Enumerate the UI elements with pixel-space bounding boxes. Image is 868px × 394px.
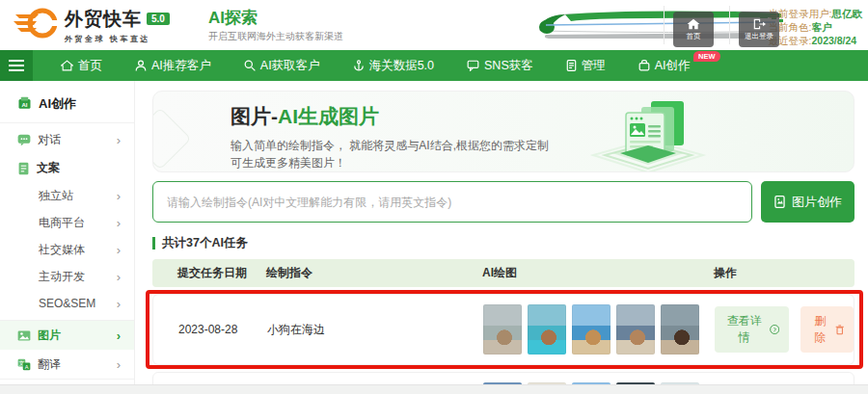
sidebar: AI AI创作 对话 › 文案 独立站 › bbox=[0, 81, 135, 394]
translate-icon: 文A bbox=[17, 358, 31, 371]
sidebar-item-ecommerce[interactable]: 电商平台 › bbox=[0, 209, 134, 236]
sidebar-item-ai-create[interactable]: AI AI创作 bbox=[0, 85, 134, 123]
table-row: 2023-08-28 小狗在海边 查看详情 bbox=[152, 294, 854, 365]
task-prompt: 小狗在海边 bbox=[267, 322, 483, 338]
ai-image-thumbnail[interactable] bbox=[616, 304, 655, 355]
sidebar-item-seo-sem[interactable]: SEO&SEM › bbox=[0, 290, 134, 317]
logout-button-label: 退出登录 bbox=[745, 32, 773, 41]
column-header-actions: 操作 bbox=[714, 265, 854, 281]
brand-tagline: 外贸全球 快车直达 bbox=[65, 34, 170, 44]
chevron-right-icon: › bbox=[117, 244, 121, 256]
ai-create-icon bbox=[638, 60, 650, 71]
delete-button[interactable]: 删除 bbox=[800, 306, 854, 353]
svg-text:A: A bbox=[25, 363, 29, 369]
nav-item-ai-acquire[interactable]: AI获取客户 bbox=[228, 50, 337, 81]
product-title-block: AI探索 开启互联网海外主动获客新渠道 bbox=[191, 7, 343, 43]
sidebar-item-translate[interactable]: 文A 翻译 › bbox=[0, 350, 134, 380]
ai-image-thumbnails bbox=[483, 304, 715, 355]
nav-item-sns[interactable]: SNS获客 bbox=[450, 50, 550, 81]
header-divider bbox=[664, 6, 665, 44]
prompt-input[interactable] bbox=[152, 181, 752, 223]
hexagon-watermark bbox=[152, 107, 192, 170]
task-date: 2023-08-28 bbox=[178, 323, 267, 336]
image-create-icon bbox=[773, 196, 786, 208]
nav-item-customs-data[interactable]: 海关数据5.0 bbox=[337, 50, 450, 81]
main-content: 图片-AI生成图片 输入简单的绘制指令， 就能将灵感与AI结合,根据您的需求定制… bbox=[135, 81, 868, 394]
chevron-right-icon: › bbox=[117, 271, 121, 283]
ai-create-icon: AI bbox=[17, 96, 32, 111]
chevron-right-icon: › bbox=[117, 298, 121, 310]
main-nav: 首页 AI推荐客户 AI获取客户 海关数据5.0 SNS获客 管理 bbox=[0, 50, 868, 81]
ai-image-thumbnail[interactable] bbox=[528, 304, 566, 355]
document-icon bbox=[566, 60, 577, 71]
home-icon bbox=[687, 18, 700, 30]
current-user-line: 当前登录用户:思亿欧 bbox=[769, 7, 862, 20]
banner-illustration bbox=[576, 93, 720, 172]
create-image-button-label: 图片创作 bbox=[792, 194, 842, 211]
bottom-strip bbox=[0, 384, 868, 394]
column-header-images: AI绘图 bbox=[482, 265, 714, 281]
chevron-right-icon: › bbox=[117, 358, 121, 371]
ai-image-thumbnail[interactable] bbox=[572, 304, 610, 355]
logout-button[interactable]: 退出登录 bbox=[739, 12, 779, 47]
page-banner: 图片-AI生成图片 输入简单的绘制指令， 就能将灵感与AI结合,根据您的需求定制… bbox=[152, 91, 854, 172]
chevron-right-icon: › bbox=[117, 134, 121, 146]
top-header: 外贸快车 5.0 外贸全球 快车直达 AI探索 开启互联网海外主动获客新渠道 bbox=[0, 0, 868, 50]
chevron-right-icon: › bbox=[117, 329, 121, 342]
task-summary: 共计37个AI任务 bbox=[152, 235, 854, 251]
last-login-line: 最近登录:2023/8/24 bbox=[769, 34, 862, 47]
chevron-right-icon: › bbox=[117, 217, 121, 229]
anchor-icon bbox=[353, 60, 365, 71]
nav-item-home[interactable]: 首页 bbox=[44, 50, 119, 81]
sidebar-item-chat[interactable]: 对话 › bbox=[0, 126, 134, 154]
prompt-bar: 图片创作 bbox=[152, 181, 854, 223]
chat-icon bbox=[467, 60, 479, 71]
image-icon bbox=[17, 329, 31, 342]
logout-icon bbox=[752, 18, 766, 30]
nav-item-ai-recommend[interactable]: AI推荐客户 bbox=[119, 50, 228, 81]
sidebar-item-active-develop[interactable]: 主动开发 › bbox=[0, 263, 134, 290]
chat-icon bbox=[17, 134, 31, 146]
home-icon bbox=[61, 60, 73, 71]
sidebar-item-social-media[interactable]: 社交媒体 › bbox=[0, 236, 134, 263]
svg-text:AI: AI bbox=[22, 102, 28, 108]
page-title: 图片-AI生成图片 bbox=[231, 103, 854, 130]
create-image-button[interactable]: 图片创作 bbox=[761, 181, 854, 223]
document-icon bbox=[17, 162, 30, 175]
wing-logo-icon bbox=[14, 7, 58, 43]
task-count-text: 共计37个AI任务 bbox=[162, 235, 248, 251]
home-button-label: 首页 bbox=[687, 32, 701, 41]
new-badge: NEW bbox=[693, 51, 720, 62]
product-title: AI探索 bbox=[208, 7, 343, 29]
home-button[interactable]: 首页 bbox=[673, 12, 714, 47]
chevron-right-icon: › bbox=[117, 190, 121, 202]
brand-name: 外贸快车 bbox=[65, 7, 142, 32]
view-details-button[interactable]: 查看详情 bbox=[715, 306, 789, 353]
current-role-line: 当前角色:客户 bbox=[769, 20, 862, 34]
sidebar-item-independent-site[interactable]: 独立站 › bbox=[0, 182, 134, 209]
product-subtitle: 开启互联网海外主动获客新渠道 bbox=[208, 30, 343, 43]
summary-accent-bar bbox=[152, 237, 155, 250]
app-window: 外贸快车 5.0 外贸全球 快车直达 AI探索 开启互联网海外主动获客新渠道 bbox=[0, 0, 868, 394]
user-info-panel: 当前登录用户:思亿欧 当前角色:客户 最近登录:2023/8/24 bbox=[769, 7, 862, 47]
search-icon bbox=[244, 60, 256, 71]
hamburger-menu-icon[interactable] bbox=[0, 50, 33, 81]
column-header-prompt: 绘制指令 bbox=[266, 265, 482, 281]
table-header: 提交任务日期 绘制指令 AI绘图 操作 bbox=[152, 259, 854, 287]
ai-image-thumbnail[interactable] bbox=[661, 304, 699, 355]
version-badge: 5.0 bbox=[147, 13, 170, 25]
column-header-date: 提交任务日期 bbox=[177, 265, 266, 281]
sidebar-item-image[interactable]: 图片 › bbox=[0, 320, 134, 350]
nav-item-manage[interactable]: 管理 bbox=[550, 50, 622, 81]
ai-image-thumbnail[interactable] bbox=[483, 304, 522, 355]
page-description: 输入简单的绘制指令， 就能将灵感与AI结合,根据您的需求定制 可生成更多精美图片… bbox=[231, 137, 854, 171]
sidebar-item-copywriting[interactable]: 文案 bbox=[0, 154, 134, 182]
user-icon bbox=[135, 60, 147, 71]
circle-arrow-icon bbox=[770, 324, 779, 335]
brand-logo: 外贸快车 5.0 外贸全球 快车直达 bbox=[0, 7, 170, 44]
nav-item-ai-create[interactable]: AI创作 NEW bbox=[622, 50, 707, 81]
trash-icon bbox=[835, 324, 844, 335]
